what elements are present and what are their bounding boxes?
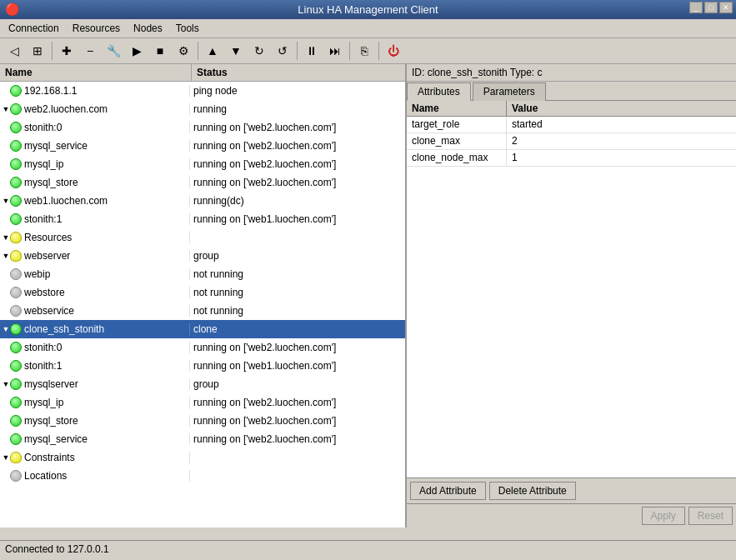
tree-row-name[interactable]: Locations: [0, 470, 190, 482]
expand-arrow[interactable]: ▼: [2, 453, 10, 462]
toolbar-up-btn[interactable]: ▲: [202, 40, 223, 62]
tree-row-name[interactable]: mysql_ip: [0, 397, 190, 408]
toolbar-back-btn[interactable]: ◁: [3, 40, 25, 62]
tree-row[interactable]: ▼ web2.luochen.com running: [0, 100, 405, 118]
toolbar-config-btn[interactable]: ⚙: [173, 40, 194, 62]
attr-table-header: Name Value: [407, 101, 736, 117]
node-icon: [10, 415, 22, 427]
tree-row-status: running on ['web2.luochen.com']: [190, 342, 405, 353]
tree-row[interactable]: stonith:0 running on ['web2.luochen.com'…: [0, 338, 405, 357]
tree-row-name[interactable]: webstore: [0, 287, 190, 298]
add-attribute-button[interactable]: Add Attribute: [410, 482, 486, 500]
tree-row-label: clone_ssh_stonith: [24, 323, 104, 335]
toolbar-skip-btn[interactable]: ⏭: [324, 40, 346, 62]
tree-row-label: mysqlserver: [24, 378, 78, 390]
expand-arrow[interactable]: ▼: [2, 233, 10, 242]
toolbar-run-btn[interactable]: ▶: [126, 40, 148, 62]
tree-row-name[interactable]: stonith:1: [0, 213, 190, 225]
tree-row[interactable]: ▼ Resources: [0, 228, 405, 247]
toolbar-remove-btn[interactable]: −: [79, 40, 101, 62]
tree-row-name[interactable]: 192.168.1.1: [0, 85, 190, 97]
menu-nodes[interactable]: Nodes: [128, 21, 168, 36]
title-icon: 🔴: [5, 2, 19, 16]
tree-row[interactable]: ▼ web1.luochen.com running(dc): [0, 192, 405, 210]
attr-row[interactable]: clone_node_max 1: [407, 150, 736, 167]
menu-resources[interactable]: Resources: [68, 21, 125, 36]
tree-row-name[interactable]: ▼ Resources: [0, 232, 190, 243]
maximize-button[interactable]: □: [704, 2, 718, 13]
tab-parameters[interactable]: Parameters: [473, 82, 546, 101]
toolbar-edit-btn[interactable]: 🔧: [103, 40, 124, 62]
toolbar-copy-btn[interactable]: ⎘: [353, 40, 375, 62]
tree-row-status: ping node: [190, 85, 405, 97]
delete-attribute-button[interactable]: Delete Attribute: [489, 482, 576, 500]
close-button[interactable]: ✕: [719, 2, 733, 13]
tree-row[interactable]: webstore not running: [0, 283, 405, 302]
tree-row[interactable]: mysql_ip running on ['web2.luochen.com']: [0, 393, 405, 412]
tree-row[interactable]: stonith:1 running on ['web1.luochen.com'…: [0, 357, 405, 375]
tree-row[interactable]: mysql_service running on ['web2.luochen.…: [0, 430, 405, 448]
status-text: Connected to 127.0.0.1: [5, 543, 109, 555]
toolbar-nav-btn[interactable]: ⊞: [27, 40, 48, 62]
tree-row-name[interactable]: mysql_service: [0, 433, 190, 445]
expand-arrow[interactable]: ▼: [2, 380, 10, 388]
menu-bar: Connection Resources Nodes Tools: [0, 19, 736, 38]
minimize-button[interactable]: _: [689, 2, 703, 13]
tree-row-name[interactable]: ▼ web1.luochen.com: [0, 195, 190, 207]
tree-row-clone-ssh-stonith[interactable]: ▼ clone_ssh_stonith clone: [0, 320, 405, 338]
tree-row-name[interactable]: webip: [0, 268, 190, 280]
expand-arrow: [2, 87, 10, 95]
toolbar-exit-btn[interactable]: ⏻: [383, 40, 404, 62]
tree-row-name[interactable]: mysql_ip: [0, 158, 190, 170]
tree-row-name[interactable]: mysql_store: [0, 177, 190, 188]
menu-tools[interactable]: Tools: [171, 21, 204, 36]
tree-row[interactable]: ▼ webserver group: [0, 247, 405, 265]
tree-row-name[interactable]: mysql_service: [0, 140, 190, 152]
toolbar-add-btn[interactable]: ✚: [56, 40, 78, 62]
tree-row[interactable]: mysql_ip running on ['web2.luochen.com']: [0, 155, 405, 173]
tree-row-status: running on ['web1.luochen.com']: [190, 213, 405, 225]
tree-row[interactable]: Locations: [0, 467, 405, 485]
tree-row-name[interactable]: stonith:0: [0, 122, 190, 133]
tree-row-name[interactable]: ▼ web2.luochen.com: [0, 103, 190, 115]
toolbar-stop-btn[interactable]: ■: [149, 40, 171, 62]
tree-row-name[interactable]: ▼ clone_ssh_stonith: [0, 323, 190, 335]
expand-arrow[interactable]: ▼: [2, 105, 10, 113]
tree-row-name[interactable]: webservice: [0, 305, 190, 317]
toolbar-refresh-btn[interactable]: ↻: [248, 40, 270, 62]
tree-row[interactable]: ▼ mysqlserver group: [0, 375, 405, 393]
toolbar-pause-btn[interactable]: ⏸: [301, 40, 323, 62]
tree-row[interactable]: mysql_service running on ['web2.luochen.…: [0, 137, 405, 155]
attr-col-value: Value: [507, 101, 736, 116]
tree-row[interactable]: ▼ Constraints: [0, 448, 405, 467]
tree-body[interactable]: 192.168.1.1 ping node ▼ web2.luochen.com…: [0, 82, 405, 528]
tree-row[interactable]: mysql_store running on ['web2.luochen.co…: [0, 412, 405, 430]
tree-row[interactable]: webip not running: [0, 265, 405, 283]
tree-row-status: running on ['web1.luochen.com']: [190, 360, 405, 372]
tree-row[interactable]: 192.168.1.1 ping node: [0, 82, 405, 100]
tree-row-name[interactable]: ▼ webserver: [0, 250, 190, 262]
attr-row[interactable]: clone_max 2: [407, 133, 736, 150]
tree-row-name[interactable]: stonith:0: [0, 342, 190, 353]
tree-row[interactable]: webservice not running: [0, 302, 405, 320]
attr-row[interactable]: target_role started: [407, 117, 736, 133]
tree-row[interactable]: stonith:0 running on ['web2.luochen.com'…: [0, 118, 405, 137]
tab-attributes[interactable]: Attributes: [407, 82, 471, 101]
menu-connection[interactable]: Connection: [3, 21, 64, 36]
reset-button[interactable]: Reset: [688, 507, 733, 525]
tree-row[interactable]: stonith:1 running on ['web1.luochen.com'…: [0, 210, 405, 228]
tree-row-name[interactable]: ▼ Constraints: [0, 452, 190, 463]
expand-arrow: [2, 160, 10, 168]
expand-arrow: [2, 398, 10, 407]
toolbar-down-btn[interactable]: ▼: [225, 40, 247, 62]
apply-button[interactable]: Apply: [642, 507, 685, 525]
expand-arrow[interactable]: ▼: [2, 325, 10, 333]
expand-arrow[interactable]: ▼: [2, 197, 10, 205]
tree-row-name[interactable]: ▼ mysqlserver: [0, 378, 190, 390]
tree-row-name[interactable]: stonith:1: [0, 360, 190, 372]
tree-row-name[interactable]: mysql_store: [0, 415, 190, 427]
tree-row[interactable]: mysql_store running on ['web2.luochen.co…: [0, 173, 405, 192]
expand-arrow[interactable]: ▼: [2, 252, 10, 260]
toolbar-undo-btn[interactable]: ↺: [272, 40, 293, 62]
node-icon: [10, 122, 22, 133]
